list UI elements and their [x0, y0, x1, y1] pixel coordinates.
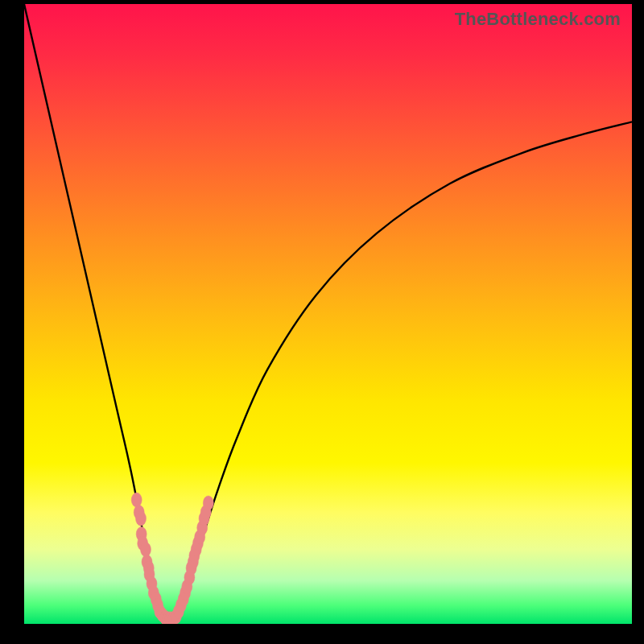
- chart-svg: [24, 4, 632, 624]
- watermark-label: TheBottleneck.com: [455, 9, 621, 30]
- marker-dot: [131, 493, 142, 507]
- markers-group: [131, 493, 213, 624]
- marker-dot: [141, 543, 151, 557]
- marker-dot: [203, 496, 213, 510]
- curve-line: [24, 4, 632, 624]
- plot-frame: TheBottleneck.com: [24, 4, 632, 624]
- marker-dot: [136, 511, 147, 526]
